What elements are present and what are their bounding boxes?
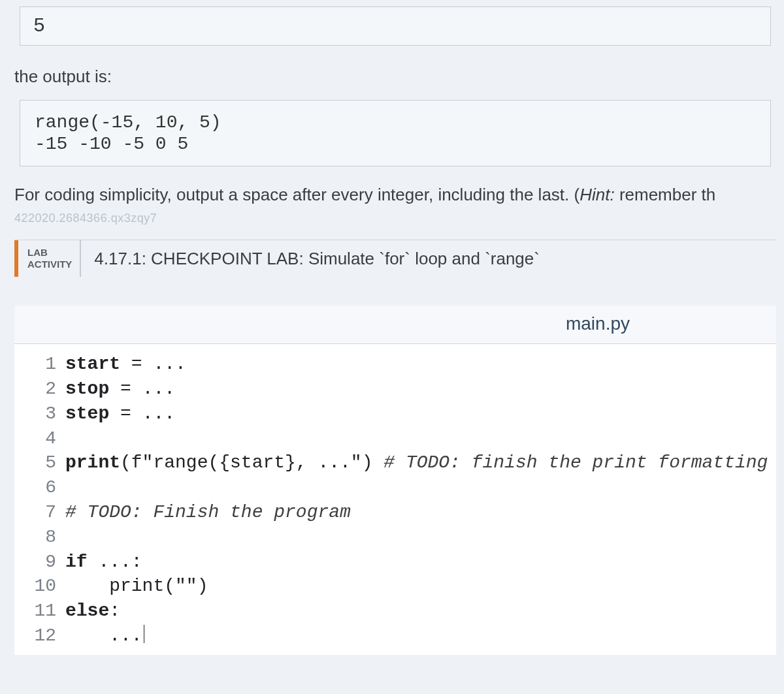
editor-filename-tab[interactable]: main.py — [14, 306, 776, 344]
line-number: 7 — [14, 500, 65, 525]
code-text[interactable]: if ...: — [65, 550, 776, 575]
output-label: the output is: — [14, 65, 776, 88]
line-number: 5 — [14, 450, 65, 475]
zybooks-lab-page: 5 the output is: range(-15, 10, 5) -15 -… — [0, 7, 784, 655]
code-line[interactable]: 11else: — [14, 599, 776, 623]
lab-activity-banner: LAB ACTIVITY 4.17.1: CHECKPOINT LAB: Sim… — [14, 240, 776, 277]
instruction-suffix: remember th — [615, 185, 716, 204]
line-number: 1 — [14, 352, 65, 377]
watermark-text: 422020.2684366.qx3zqy7 — [14, 212, 776, 225]
code-text[interactable]: # TODO: Finish the program — [65, 500, 776, 525]
lab-tag-line2: ACTIVITY — [27, 259, 72, 270]
code-text[interactable] — [65, 475, 776, 500]
code-line[interactable]: 9if ...: — [14, 550, 776, 575]
code-line[interactable]: 6 — [14, 475, 776, 500]
text-cursor — [144, 625, 144, 643]
example-input-value: 5 — [33, 15, 45, 37]
example-output-line2: -15 -10 -5 0 5 — [35, 134, 756, 154]
editor-body[interactable]: 1start = ...2stop = ...3step = ...45prin… — [14, 344, 776, 655]
line-number: 2 — [14, 377, 65, 402]
line-number: 3 — [14, 402, 65, 426]
code-text[interactable] — [65, 426, 776, 451]
editor-filename: main.py — [161, 313, 630, 334]
code-line[interactable]: 1start = ... — [14, 352, 776, 377]
code-line[interactable]: 12 ... — [14, 623, 776, 648]
code-line[interactable]: 3step = ... — [14, 402, 776, 426]
code-text[interactable]: start = ... — [65, 352, 776, 377]
line-number: 10 — [14, 574, 65, 599]
line-number: 11 — [14, 599, 65, 623]
code-line[interactable]: 4 — [14, 426, 776, 451]
code-line[interactable]: 2stop = ... — [14, 377, 776, 402]
line-number: 6 — [14, 475, 65, 500]
accent-stripe — [14, 240, 18, 277]
instruction-hint-label: Hint: — [580, 185, 614, 204]
code-text[interactable]: ... — [65, 623, 776, 648]
lab-title: 4.17.1: CHECKPOINT LAB: Simulate `for` l… — [94, 242, 540, 276]
code-line[interactable]: 10 print("") — [14, 574, 776, 599]
code-editor[interactable]: main.py 1start = ...2stop = ...3step = .… — [14, 306, 776, 655]
code-line[interactable]: 7# TODO: Finish the program — [14, 500, 776, 525]
code-text[interactable]: else: — [65, 599, 776, 623]
code-text[interactable]: print(f"range({start}, ...") # TODO: fin… — [65, 450, 776, 475]
code-text[interactable] — [65, 525, 776, 550]
code-text[interactable]: stop = ... — [65, 377, 776, 402]
code-text[interactable]: print("") — [65, 574, 776, 599]
code-line[interactable]: 8 — [14, 525, 776, 550]
lab-tag: LAB ACTIVITY — [25, 240, 81, 277]
code-text[interactable]: step = ... — [65, 402, 776, 426]
instruction-text: For coding simplicity, output a space af… — [14, 183, 776, 206]
lab-tag-line1: LAB — [27, 247, 72, 259]
code-line[interactable]: 5print(f"range({start}, ...") # TODO: fi… — [14, 450, 776, 475]
line-number: 4 — [14, 426, 65, 451]
instruction-prefix: For coding simplicity, output a space af… — [14, 185, 580, 204]
example-output-line1: range(-15, 10, 5) — [35, 112, 756, 133]
line-number: 8 — [14, 525, 65, 550]
example-input-block: 5 — [20, 7, 771, 46]
line-number: 9 — [14, 550, 65, 575]
line-number: 12 — [14, 623, 65, 648]
example-output-block: range(-15, 10, 5) -15 -10 -5 0 5 — [20, 100, 771, 166]
